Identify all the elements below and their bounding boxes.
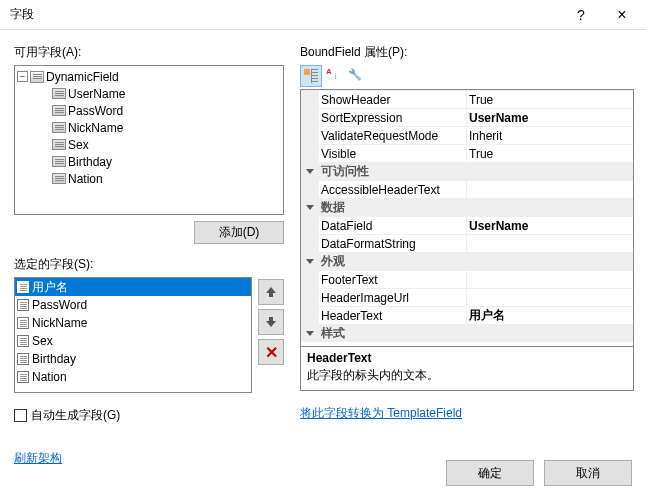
property-name: DataFormatString <box>319 235 467 252</box>
list-item[interactable]: NickName <box>15 314 251 332</box>
field-parent-icon <box>30 71 44 83</box>
move-up-button[interactable] <box>258 279 284 305</box>
tree-root-label: DynamicField <box>46 70 119 84</box>
property-value[interactable]: True <box>467 145 633 162</box>
property-row[interactable]: ShowHeaderTrue <box>301 90 633 108</box>
delete-x-icon: ✕ <box>265 343 278 362</box>
categorized-button[interactable] <box>300 65 322 87</box>
move-down-button[interactable] <box>258 309 284 335</box>
arrow-up-icon <box>264 285 278 299</box>
delete-button[interactable]: ✕ <box>258 339 284 365</box>
property-row[interactable]: DataFormatString <box>301 234 633 252</box>
field-icon <box>52 156 66 167</box>
property-row[interactable]: ValidateRequestModeInherit <box>301 126 633 144</box>
category-label: 数据 <box>319 199 467 216</box>
help-button[interactable]: ? <box>562 1 600 29</box>
property-description: HeaderText 此字段的标头内的文本。 <box>300 347 634 391</box>
tree-item-label: NickName <box>68 121 123 135</box>
property-name: ShowHeader <box>319 91 467 108</box>
list-item-icon <box>17 317 29 329</box>
property-row[interactable]: VisibleTrue <box>301 144 633 162</box>
property-value[interactable]: True <box>467 91 633 108</box>
ok-button[interactable]: 确定 <box>446 460 534 486</box>
list-item[interactable]: PassWord <box>15 296 251 314</box>
category-label: 可访问性 <box>319 163 467 180</box>
property-pages-button[interactable] <box>344 65 366 87</box>
list-item-label: NickName <box>32 316 87 330</box>
field-icon <box>52 88 66 99</box>
close-button[interactable]: × <box>600 1 644 29</box>
auto-generate-label: 自动生成字段(G) <box>31 407 120 424</box>
property-value[interactable] <box>467 271 633 288</box>
list-item-icon <box>17 281 29 293</box>
property-category[interactable]: 可访问性 <box>301 162 633 180</box>
tree-item-label: Sex <box>68 138 89 152</box>
window-title: 字段 <box>10 6 562 23</box>
tree-item[interactable]: Birthday <box>15 153 283 170</box>
titlebar: 字段 ? × <box>0 0 646 30</box>
refresh-schema-link[interactable]: 刷新架构 <box>14 451 62 465</box>
property-name: HeaderText <box>319 307 467 324</box>
property-row[interactable]: SortExpressionUserName <box>301 108 633 126</box>
list-item-label: Sex <box>32 334 53 348</box>
list-item[interactable]: 用户名 <box>15 278 251 296</box>
collapse-icon[interactable]: − <box>17 71 28 82</box>
property-row[interactable]: FooterText <box>301 270 633 288</box>
add-button[interactable]: 添加(D) <box>194 221 284 244</box>
field-icon <box>52 139 66 150</box>
property-name: SortExpression <box>319 109 467 126</box>
property-value[interactable] <box>467 289 633 306</box>
property-name: FooterText <box>319 271 467 288</box>
property-row[interactable]: HeaderImageUrl <box>301 288 633 306</box>
convert-templatefield-link[interactable]: 将此字段转换为 TemplateField <box>300 406 462 420</box>
auto-generate-checkbox[interactable] <box>14 409 27 422</box>
alphabetical-button[interactable] <box>322 65 344 87</box>
alphabetical-icon <box>326 69 340 83</box>
property-grid[interactable]: ShowHeaderTrueSortExpressionUserNameVali… <box>300 89 634 347</box>
list-item-icon <box>17 299 29 311</box>
categorized-icon <box>304 69 318 83</box>
list-item-label: Nation <box>32 370 67 384</box>
field-icon <box>52 122 66 133</box>
tree-item-label: Nation <box>68 172 103 186</box>
available-fields-tree[interactable]: − DynamicField UserNamePassWordNickNameS… <box>14 65 284 215</box>
expand-icon <box>306 205 314 210</box>
property-value[interactable]: 用户名 <box>467 307 633 324</box>
list-item-icon <box>17 335 29 347</box>
property-row[interactable]: DataFieldUserName <box>301 216 633 234</box>
property-value[interactable] <box>467 235 633 252</box>
tree-item[interactable]: UserName <box>15 85 283 102</box>
expand-icon <box>306 259 314 264</box>
list-item[interactable]: Birthday <box>15 350 251 368</box>
property-toolbar <box>300 65 634 87</box>
list-item-label: PassWord <box>32 298 87 312</box>
tree-item[interactable]: PassWord <box>15 102 283 119</box>
property-value[interactable]: UserName <box>467 217 633 234</box>
description-text: 此字段的标头内的文本。 <box>307 367 627 384</box>
selected-fields-list[interactable]: 用户名PassWordNickNameSexBirthdayNation <box>14 277 252 393</box>
wrench-icon <box>348 69 362 83</box>
property-category[interactable]: 外观 <box>301 252 633 270</box>
tree-item[interactable]: Nation <box>15 170 283 187</box>
list-item[interactable]: Nation <box>15 368 251 386</box>
list-item[interactable]: Sex <box>15 332 251 350</box>
tree-item[interactable]: Sex <box>15 136 283 153</box>
property-category[interactable]: 样式 <box>301 324 633 342</box>
category-label: 外观 <box>319 253 467 270</box>
tree-item-label: PassWord <box>68 104 123 118</box>
property-row[interactable]: HeaderText用户名 <box>301 306 633 324</box>
description-title: HeaderText <box>307 351 627 365</box>
property-value[interactable]: Inherit <box>467 127 633 144</box>
property-name: AccessibleHeaderText <box>319 181 467 198</box>
property-value[interactable]: UserName <box>467 109 633 126</box>
tree-root[interactable]: − DynamicField <box>15 68 283 85</box>
cancel-button[interactable]: 取消 <box>544 460 632 486</box>
property-row[interactable]: AccessibleHeaderText <box>301 180 633 198</box>
property-category[interactable]: 数据 <box>301 198 633 216</box>
list-item-icon <box>17 353 29 365</box>
field-icon <box>52 105 66 116</box>
property-value[interactable] <box>467 181 633 198</box>
tree-item-label: UserName <box>68 87 125 101</box>
tree-item-label: Birthday <box>68 155 112 169</box>
tree-item[interactable]: NickName <box>15 119 283 136</box>
